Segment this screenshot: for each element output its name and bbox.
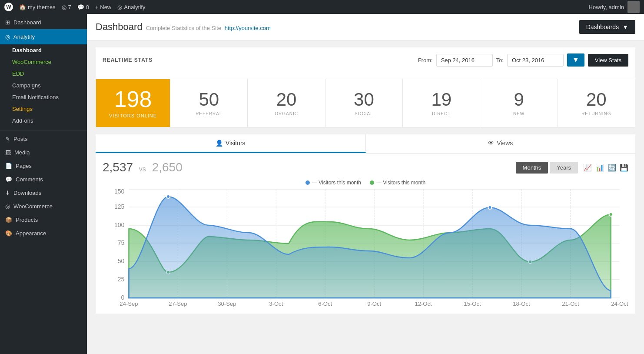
sidebar-item-analytify[interactable]: ◎ Analytify ◀ [0, 29, 87, 44]
view-stats-button[interactable]: View Stats [588, 54, 628, 67]
sidebar-sub-campaigns[interactable]: Campaigns [0, 80, 87, 91]
svg-text:6-Oct: 6-Oct [318, 301, 332, 307]
svg-text:75: 75 [118, 239, 125, 246]
chart-period-buttons: Months Years [516, 162, 578, 174]
direct-label: DIRECT [432, 111, 451, 116]
comments-count[interactable]: 💬 0 [77, 4, 89, 10]
calendar-button[interactable]: ▼ [567, 53, 584, 67]
referral-stat: 50 REFERRAL [170, 79, 247, 127]
months-button[interactable]: Months [516, 162, 548, 174]
social-stat: 30 SOCIAL [325, 79, 402, 127]
chart-legend: — Visitors this month — Visitors this mo… [103, 180, 628, 186]
wp-icon: W [4, 3, 13, 11]
svg-text:50: 50 [118, 257, 125, 264]
bar-chart-icon[interactable]: 📊 [595, 164, 604, 172]
svg-text:24-Sep: 24-Sep [120, 301, 138, 307]
legend-green: — Visitors this month [370, 180, 425, 186]
main-chart-svg: 0 25 50 75 100 125 150 [103, 189, 628, 307]
products-icon: 📦 [5, 217, 12, 223]
comment-icon: 💬 [77, 4, 84, 10]
sidebar-sub-dashboard[interactable]: Dashboard [0, 44, 87, 56]
svg-text:125: 125 [114, 203, 125, 210]
vs-label: vs [139, 165, 146, 173]
visitors-tab-icon: 👤 [216, 140, 223, 147]
sidebar-item-posts[interactable]: ✎ Posts [0, 132, 87, 146]
visitors-online-number: 198 [114, 88, 152, 110]
line-chart-icon[interactable]: 📈 [583, 164, 592, 172]
content-area: Dashboard Complete Statistics of the Sit… [87, 14, 644, 354]
svg-text:12-Oct: 12-Oct [415, 301, 432, 307]
analytify-sidebar-icon: ◎ [5, 33, 10, 40]
wp-logo[interactable]: W [4, 3, 13, 11]
chart-area: 2,537 vs 2,650 Months Years 📈 📊 🔄 💾 [96, 154, 635, 314]
svg-text:25: 25 [118, 276, 125, 283]
sidebar-item-dashboard[interactable]: ⊞ Dashboard [0, 16, 87, 29]
svg-text:21-Oct: 21-Oct [562, 301, 579, 307]
organic-number: 20 [276, 90, 297, 109]
tab-views[interactable]: 👁 Views [366, 134, 636, 153]
woocommerce-icon: ◎ [5, 203, 10, 210]
save-icon[interactable]: 💾 [620, 164, 628, 172]
tab-visitors[interactable]: 👤 Visitors [96, 134, 366, 153]
sidebar-sub-email[interactable]: Email Notifications [0, 91, 87, 103]
returning-label: RETURNING [581, 111, 611, 116]
sidebar-item-media[interactable]: 🖼 Media [0, 146, 87, 159]
svg-text:9-Oct: 9-Oct [367, 301, 381, 307]
years-button[interactable]: Years [550, 162, 578, 174]
sidebar-sub-addons[interactable]: Add-ons [0, 115, 87, 127]
svg-text:150: 150 [114, 189, 125, 195]
primary-value: 2,537 [103, 160, 133, 174]
referral-label: REFERRAL [196, 111, 222, 116]
svg-point-27 [488, 206, 491, 209]
howdy-admin[interactable]: Howdy, admin [589, 1, 640, 13]
sidebar-item-pages[interactable]: 📄 Pages [0, 159, 87, 173]
to-label: To: [496, 57, 504, 63]
new-menu[interactable]: + New [95, 4, 111, 10]
dashboard-icon: ⊞ [5, 19, 10, 26]
svg-text:3-Oct: 3-Oct [269, 301, 283, 307]
sidebar-sub-settings[interactable]: Settings [0, 103, 87, 115]
sidebar-item-appearance[interactable]: 🎨 Appearance [0, 227, 87, 240]
social-label: SOCIAL [355, 111, 373, 116]
social-number: 30 [354, 90, 374, 109]
stats-title: REALTIME STATS [103, 57, 153, 63]
stats-header: REALTIME STATS From: To: ▼ View Stats [103, 53, 628, 67]
dashboard-dropdown-button[interactable]: Dashboards ▼ [579, 20, 635, 34]
svg-text:18-Oct: 18-Oct [513, 301, 530, 307]
circle-icon: ◎ [62, 4, 66, 10]
direct-number: 19 [431, 90, 451, 109]
analytify-icon: ◎ [117, 4, 122, 10]
site-name[interactable]: 🏠 my themes [19, 4, 56, 10]
chart-numbers: 2,537 vs 2,650 [103, 160, 183, 174]
organic-stat: 20 ORGANIC [247, 79, 325, 127]
sidebar-item-downloads[interactable]: ⬇ Downloads [0, 186, 87, 200]
sidebar-sub-woocommerce[interactable]: WooCommerce [0, 56, 87, 68]
sidebar-item-comments[interactable]: 💬 Comments [0, 173, 87, 186]
from-label: From: [418, 57, 433, 63]
svg-text:100: 100 [114, 221, 125, 228]
visitors-online-label: VISITORS ONLINE [109, 113, 157, 118]
media-icon: 🖼 [5, 149, 11, 156]
realtime-stats-row: 198 VISITORS ONLINE 50 REFERRAL 20 ORGAN… [96, 79, 635, 127]
sidebar: ⊞ Dashboard ◎ Analytify ◀ Dashboard WooC… [0, 14, 87, 354]
realtime-stats-panel: REALTIME STATS From: To: ▼ View Stats [96, 47, 635, 79]
page-header: Dashboard Complete Statistics of the Sit… [87, 14, 644, 40]
pages-icon: 📄 [5, 163, 12, 169]
refresh-icon[interactable]: 🔄 [607, 164, 616, 172]
referral-number: 50 [199, 90, 219, 109]
sidebar-item-products[interactable]: 📦 Products [0, 213, 87, 227]
svg-text:30-Sep: 30-Sep [218, 301, 236, 307]
updates-count[interactable]: ◎ 7 [62, 4, 71, 10]
legend-blue: — Visitors this month [305, 180, 361, 186]
from-date-input[interactable] [436, 54, 493, 67]
views-tab-icon: 👁 [488, 140, 494, 147]
analytify-link[interactable]: ◎ Analytify [117, 4, 145, 10]
admin-bar: W 🏠 my themes ◎ 7 💬 0 + New ◎ Analytify … [0, 0, 644, 14]
svg-text:15-Oct: 15-Oct [464, 301, 481, 307]
sidebar-item-woocommerce[interactable]: ◎ WooCommerce [0, 200, 87, 213]
new-number: 9 [514, 90, 524, 109]
sidebar-sub-edd[interactable]: EDD [0, 68, 87, 80]
site-url-link[interactable]: http://yoursite.com [225, 25, 271, 31]
to-date-input[interactable] [507, 54, 564, 67]
stats-controls: From: To: ▼ View Stats [418, 53, 628, 67]
